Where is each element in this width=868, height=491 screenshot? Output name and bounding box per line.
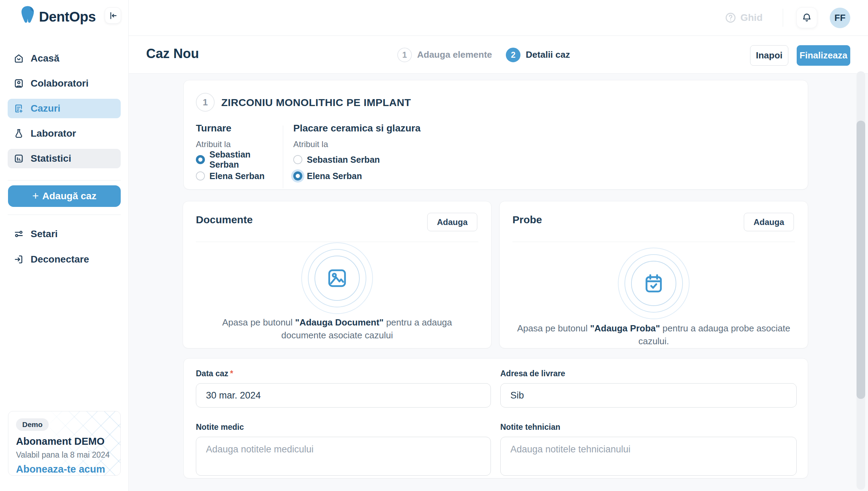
- sidebar-item-deconectare[interactable]: Deconectare: [8, 250, 121, 269]
- sliders-icon: [13, 228, 24, 240]
- sidebar-item-acasa[interactable]: Acasă: [8, 49, 121, 68]
- assign-label: Atribuit la: [196, 139, 279, 149]
- sidebar-divider: [8, 215, 121, 215]
- item-index-badge: 1: [196, 93, 215, 112]
- dentops-logo-tooth-icon: [19, 5, 36, 24]
- stepper: 1 Adauga elemente 2 Detalii caz: [397, 36, 570, 74]
- sidebar-footer-nav: Setari Deconectare: [8, 224, 121, 269]
- add-case-label: Adaugă caz: [42, 191, 97, 202]
- top-header: Ghid FF: [129, 0, 868, 36]
- radio-option-sebastian[interactable]: Sebastian Serban: [293, 154, 421, 166]
- question-circle-icon: [725, 12, 736, 24]
- subscribe-now-link[interactable]: Aboneaza-te acum: [16, 464, 113, 475]
- step-label: Adauga elemente: [417, 49, 492, 60]
- collapse-sidebar-icon: [109, 11, 118, 20]
- brand-name: DentOps: [39, 9, 96, 25]
- step-add-elements[interactable]: 1 Adauga elemente: [397, 48, 492, 62]
- sidebar-nav: Acasă Colaboratori: [8, 49, 121, 168]
- demo-badge: Demo: [16, 418, 49, 431]
- guide-label: Ghid: [740, 12, 763, 23]
- empty-state-rings: [618, 248, 690, 319]
- avatar-initials: FF: [835, 13, 846, 23]
- doctor-notes-textarea[interactable]: [196, 437, 491, 476]
- bell-icon: [802, 13, 812, 23]
- user-avatar[interactable]: FF: [830, 8, 850, 28]
- main-content: 1 ZIRCONIU MONOLITHIC PE IMPLANT Turnare…: [129, 74, 868, 491]
- step-case-details[interactable]: 2 Detalii caz: [506, 48, 570, 62]
- sidebar-item-colaboratori[interactable]: Colaboratori: [8, 74, 121, 93]
- radio-unselected-icon: [293, 155, 302, 164]
- sidebar-item-label: Laborator: [31, 128, 76, 139]
- field-label: Notite medic: [196, 422, 491, 432]
- field-notite-tehnician: Notite tehnician: [500, 422, 797, 477]
- radio-option-sebastian[interactable]: Sebastian Serban: [196, 154, 279, 166]
- task-name: Turnare: [196, 123, 279, 134]
- scrollbar-thumb[interactable]: [857, 121, 865, 399]
- step-label: Detalii caz: [526, 49, 570, 60]
- field-adresa-livrare: Adresa de livrare: [500, 369, 797, 408]
- radio-selected-icon: [293, 171, 302, 180]
- task-turnare: Turnare Atribuit la Sebastian Serban Ele…: [196, 123, 279, 182]
- sidebar-item-statistici[interactable]: Statistici: [8, 149, 121, 168]
- item-title: ZIRCONIU MONOLITHIC PE IMPLANT: [221, 97, 411, 108]
- add-probe-button[interactable]: Adauga: [744, 213, 794, 231]
- page-title: Caz Nou: [146, 46, 199, 61]
- field-label: Notite tehnician: [500, 422, 797, 432]
- stats-icon: [13, 153, 24, 164]
- radio-option-elena[interactable]: Elena Serban: [293, 170, 421, 182]
- add-case-button[interactable]: + Adaugă caz: [8, 185, 121, 207]
- field-label: Adresa de livrare: [500, 369, 797, 378]
- column-divider: [283, 126, 283, 188]
- page-topbar: Caz Nou 1 Adauga elemente 2 Detalii caz …: [129, 36, 868, 74]
- sidebar-item-label: Cazuri: [31, 103, 61, 114]
- sidebar-divider: [8, 180, 121, 180]
- flask-icon: [13, 128, 24, 139]
- radio-label: Elena Serban: [307, 171, 362, 181]
- technician-notes-textarea[interactable]: [500, 437, 797, 476]
- step-number: 2: [506, 48, 520, 62]
- probes-card: Probe Adauga: [499, 201, 808, 348]
- sidebar-item-cazuri[interactable]: Cazuri: [8, 99, 121, 118]
- field-label: Data caz*: [196, 369, 491, 378]
- subscription-card: Demo Abonament DEMO Valabil pana la 8 ma…: [8, 411, 121, 476]
- home-icon: [13, 53, 24, 64]
- calendar-check-icon: [643, 273, 664, 294]
- card-divider: [196, 242, 478, 242]
- radio-unselected-icon: [196, 171, 205, 180]
- case-item-card: 1 ZIRCONIU MONOLITHIC PE IMPLANT Turnare…: [183, 80, 808, 190]
- radio-label: Elena Serban: [209, 171, 264, 181]
- field-notite-medic: Notite medic: [196, 422, 491, 477]
- sidebar-item-setari[interactable]: Setari: [8, 224, 121, 244]
- empty-state-rings: [301, 242, 373, 314]
- probes-title: Probe: [512, 214, 542, 226]
- logout-icon: [13, 254, 24, 265]
- finalize-button[interactable]: Finalizeaza: [797, 45, 850, 66]
- users-icon: [13, 78, 24, 89]
- sidebar: DentOps Acasă: [0, 0, 129, 491]
- guide-button[interactable]: Ghid: [725, 12, 763, 24]
- radio-selected-icon: [196, 155, 205, 164]
- notifications-button[interactable]: [796, 7, 817, 28]
- radio-option-elena[interactable]: Elena Serban: [196, 170, 279, 182]
- sidebar-item-laborator[interactable]: Laborator: [8, 124, 121, 143]
- task-name: Placare ceramica si glazura: [293, 123, 421, 134]
- back-button[interactable]: Inapoi: [750, 45, 788, 66]
- field-data-caz: Data caz*: [196, 369, 491, 408]
- sidebar-item-label: Acasă: [31, 53, 59, 64]
- sidebar-item-label: Setari: [31, 228, 58, 240]
- subscription-title: Abonament DEMO: [16, 436, 113, 447]
- image-icon: [326, 267, 348, 289]
- delivery-address-input[interactable]: [500, 383, 797, 408]
- task-placare: Placare ceramica si glazura Atribuit la …: [293, 123, 421, 182]
- step-number: 1: [397, 48, 412, 62]
- sidebar-item-label: Deconectare: [31, 254, 89, 265]
- radio-label: Sebastian Serban: [307, 155, 380, 165]
- add-document-button[interactable]: Adauga: [427, 213, 477, 231]
- documents-empty-text: Apasa pe butonul "Adauga Document" pentr…: [204, 316, 470, 342]
- radio-label: Sebastian Serban: [209, 150, 279, 170]
- header-divider: [783, 9, 783, 27]
- sidebar-collapse-button[interactable]: [105, 7, 121, 24]
- sidebar-item-label: Colaboratori: [31, 78, 88, 89]
- case-plus-icon: [13, 103, 24, 114]
- case-date-input[interactable]: [196, 383, 491, 408]
